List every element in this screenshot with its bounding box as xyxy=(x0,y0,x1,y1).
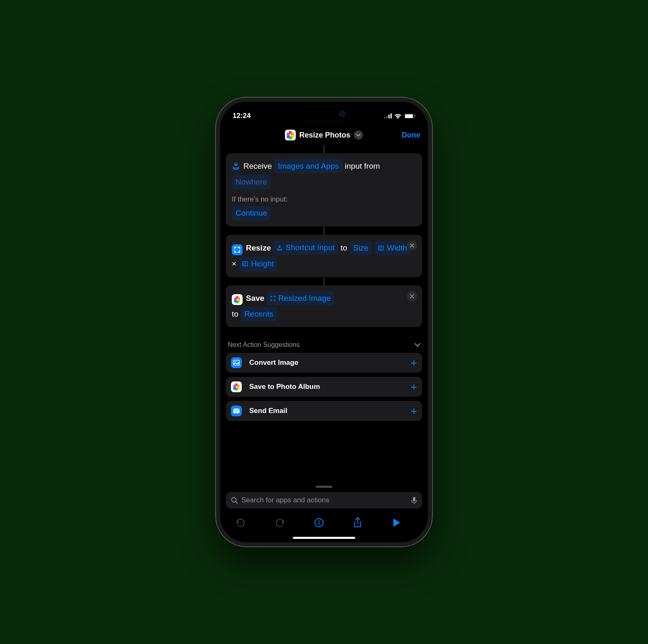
info-button[interactable] xyxy=(314,518,334,528)
photos-app-icon xyxy=(232,294,243,305)
action-save-to-album[interactable]: Save Resized Image to Recents xyxy=(226,285,422,327)
svg-rect-5 xyxy=(405,114,413,118)
svg-rect-7 xyxy=(378,246,383,250)
input-from-label: input from xyxy=(345,162,380,170)
done-button[interactable]: Done xyxy=(402,131,420,140)
toolbar xyxy=(226,511,422,534)
connector xyxy=(324,226,324,235)
home-indicator[interactable] xyxy=(293,537,355,539)
to-label: to xyxy=(341,243,347,252)
play-button[interactable] xyxy=(393,518,412,527)
dynamic-island xyxy=(297,106,351,122)
undo-button[interactable] xyxy=(236,518,255,528)
receive-label: Receive xyxy=(243,162,272,170)
suggestion-label: Save to Photo Album xyxy=(249,383,411,391)
connector xyxy=(324,277,324,285)
resized-image-token[interactable]: Resized Image xyxy=(267,291,334,305)
screen: 12:24 xyxy=(220,102,428,542)
search-placeholder: Search for apps and actions xyxy=(241,496,408,504)
add-icon[interactable]: + xyxy=(411,405,417,418)
svg-rect-3 xyxy=(390,113,392,118)
svg-point-15 xyxy=(319,520,320,521)
suggestion-label: Send Email xyxy=(249,407,411,415)
add-icon[interactable]: + xyxy=(411,356,417,369)
suggestions-header[interactable]: Next Action Suggestions xyxy=(228,341,420,349)
input-types-token[interactable]: Images and Apps xyxy=(275,159,342,173)
svg-rect-0 xyxy=(384,117,385,118)
battery-icon xyxy=(404,113,415,119)
phone-frame: 12:24 xyxy=(216,98,432,546)
input-source-token[interactable]: Nowhere xyxy=(232,175,270,189)
add-icon[interactable]: + xyxy=(411,381,417,393)
remove-action-button[interactable] xyxy=(407,291,417,301)
no-input-label: If there's no input: xyxy=(232,190,416,206)
suggestion-label: Convert Image xyxy=(249,359,411,367)
search-icon xyxy=(231,497,238,504)
dimension-separator: × xyxy=(232,259,236,268)
height-token[interactable]: Height xyxy=(239,257,277,271)
bottom-sheet: Search for apps and actions xyxy=(220,482,428,542)
size-token[interactable]: Size xyxy=(350,241,372,255)
svg-rect-1 xyxy=(386,116,388,118)
shortcut-input-token[interactable]: Shortcut Input xyxy=(273,241,338,255)
action-receive-input[interactable]: Receive Images and Apps input from Nowhe… xyxy=(226,153,422,226)
nav-bar: Resize Photos Done xyxy=(220,125,428,145)
suggestions-title: Next Action Suggestions xyxy=(228,341,299,349)
receive-icon xyxy=(232,162,240,170)
suggestion-send-email[interactable]: Send Email + xyxy=(226,401,422,421)
chevron-down-icon xyxy=(415,343,420,347)
no-input-action-token[interactable]: Continue xyxy=(232,206,270,220)
svg-point-10 xyxy=(235,361,236,363)
shortcut-title: Resize Photos xyxy=(299,131,350,140)
resize-label: Resize xyxy=(246,243,271,252)
album-token[interactable]: Recents xyxy=(241,307,277,321)
status-time: 12:24 xyxy=(233,112,250,120)
share-button[interactable] xyxy=(353,517,373,528)
svg-rect-13 xyxy=(413,497,415,501)
width-token[interactable]: Width xyxy=(375,241,410,255)
wifi-icon xyxy=(394,113,402,119)
svg-rect-8 xyxy=(243,262,248,266)
photos-app-icon xyxy=(231,381,242,392)
mic-icon[interactable] xyxy=(411,497,417,504)
search-input[interactable]: Search for apps and actions xyxy=(226,492,422,509)
redo-button[interactable] xyxy=(275,518,295,528)
cellular-icon xyxy=(384,113,392,118)
svg-rect-11 xyxy=(233,409,240,413)
workflow-canvas[interactable]: Receive Images and Apps input from Nowhe… xyxy=(220,145,428,482)
svg-rect-6 xyxy=(415,115,415,117)
chevron-down-icon xyxy=(354,130,363,140)
resize-icon xyxy=(232,244,243,255)
mail-icon xyxy=(231,406,242,416)
title-button[interactable]: Resize Photos xyxy=(285,130,363,140)
remove-action-button[interactable] xyxy=(407,241,417,251)
photos-app-icon xyxy=(285,130,296,140)
connector xyxy=(324,145,324,153)
suggestion-save-to-album[interactable]: Save to Photo Album + xyxy=(226,377,422,397)
action-resize-image[interactable]: Resize Shortcut Input to Size Width × He… xyxy=(226,235,422,277)
to-label: to xyxy=(232,310,238,318)
suggestion-convert-image[interactable]: Convert Image + xyxy=(226,353,422,373)
svg-rect-2 xyxy=(388,115,390,118)
image-icon xyxy=(231,357,242,368)
save-label: Save xyxy=(246,294,264,302)
sheet-grabber[interactable] xyxy=(316,486,332,488)
